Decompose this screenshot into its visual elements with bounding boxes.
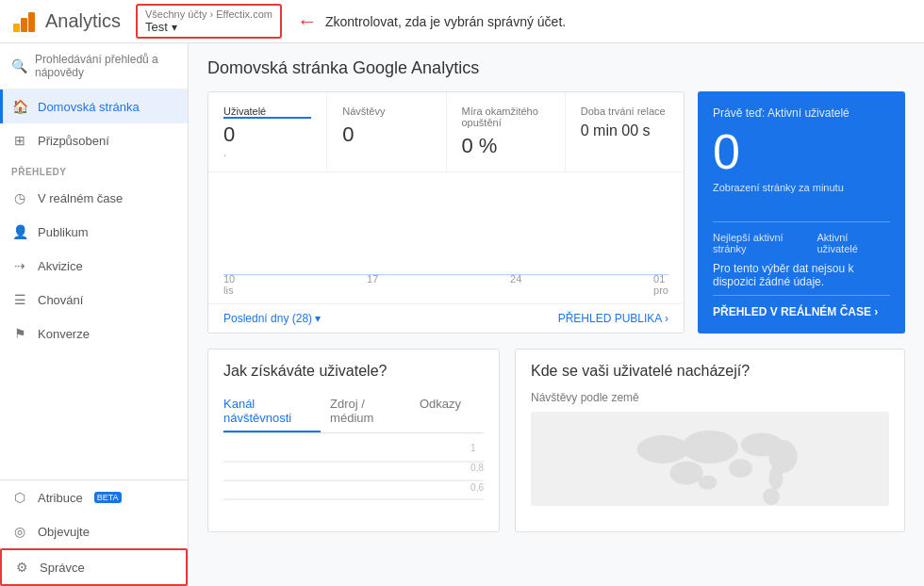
tab-referrals[interactable]: Odkazy xyxy=(420,391,474,432)
chart-label-1: 10lis xyxy=(223,273,235,296)
right-panel-col1: Nejlepší aktivní stránky xyxy=(713,232,817,254)
right-panel-divider xyxy=(713,221,890,222)
sidebar-item-realtime[interactable]: ◷ V reálném čase xyxy=(0,181,188,215)
mini-label-2: 0,8 xyxy=(470,463,484,473)
page-title: Domovská stránka Google Analytics xyxy=(207,58,905,78)
sidebar-admin-label: Správce xyxy=(40,561,85,575)
svg-rect-0 xyxy=(13,24,20,32)
right-panel-col2: Aktivní uživatelé xyxy=(817,232,890,254)
sidebar-customize-label: Přizpůsobení xyxy=(38,134,109,148)
section-label: PŘEHLEDY xyxy=(0,157,188,181)
svg-point-7 xyxy=(682,431,738,464)
analytics-logo-icon xyxy=(11,8,38,35)
tab-source[interactable]: Zdroj / médium xyxy=(330,391,410,432)
red-arrow-icon: ← xyxy=(297,9,318,34)
sidebar-item-attribution[interactable]: ⬡ Atribuce BETA xyxy=(0,480,188,514)
realtime-icon: ◷ xyxy=(11,189,28,206)
sidebar-conversions-label: Konverze xyxy=(38,327,90,341)
home-icon: 🏠 xyxy=(11,98,28,115)
metric-duration-value: 0 min 00 s xyxy=(581,122,668,139)
sidebar-item-customize[interactable]: ⊞ Přizpůsobení xyxy=(0,123,188,157)
chart-label-2: 17 xyxy=(367,273,378,296)
metric-bounce-value: 0 % xyxy=(462,134,550,158)
metric-users-value: 0 xyxy=(223,122,311,147)
acquisition-icon: ⇢ xyxy=(11,257,28,274)
metric-bounce: Míra okamžitého opuštění 0 % xyxy=(447,92,566,171)
account-breadcrumb: Všechny účty › Effectix.com xyxy=(145,8,272,20)
sidebar-home-label: Domovská stránka xyxy=(38,100,140,114)
acquisition-card: Jak získáváte uživatele? Kanál návštěvno… xyxy=(207,349,500,532)
top-bar: Analytics Všechny účty › Effectix.com Te… xyxy=(0,0,924,43)
sidebar-item-audience[interactable]: 👤 Publikum xyxy=(0,215,188,249)
metric-visits: Návštěvy 0 xyxy=(327,92,446,171)
account-selector[interactable]: Všechny účty › Effectix.com Test ▾ xyxy=(136,4,282,39)
sidebar-item-conversions[interactable]: ⚑ Konverze xyxy=(0,317,188,350)
chart-labels: 10lis 17 24 01pro xyxy=(223,273,668,296)
svg-point-10 xyxy=(670,462,703,485)
main-content: Domovská stránka Google Analytics Uživat… xyxy=(189,43,924,586)
chart-footer: Poslední dny (28) ▾ PŘEHLED PUBLIKA › xyxy=(208,303,684,333)
metric-duration-label: Doba trvání relace xyxy=(581,106,668,119)
logo: Analytics xyxy=(11,8,121,35)
admin-icon: ⚙ xyxy=(13,559,30,576)
sidebar-item-home[interactable]: 🏠 Domovská stránka xyxy=(0,90,188,123)
svg-rect-1 xyxy=(21,18,27,32)
sidebar-bottom: ⬡ Atribuce BETA ◎ Objevujte ⚙ Správce xyxy=(0,480,188,586)
annotation: ← Zkontrolovat, zda je vybrán správný úč… xyxy=(297,9,566,34)
chart-label-4: 01pro xyxy=(653,273,668,296)
right-panel-title: Právě teď: Aktivní uživatelé xyxy=(713,106,890,120)
world-map-svg xyxy=(531,412,889,506)
app-title: Analytics xyxy=(45,10,121,32)
account-name: Test xyxy=(145,20,168,34)
search-bar[interactable]: 🔍 Prohledávání přehledů a nápovědy xyxy=(0,43,188,90)
geo-title: Kde se vaši uživatelé nacházejí? xyxy=(531,363,889,380)
metric-visits-value: 0 xyxy=(342,122,430,147)
mini-chart-labels: 1 0,8 0,6 xyxy=(470,443,484,493)
map-area xyxy=(531,412,889,506)
active-users-count: 0 xyxy=(713,127,890,176)
date-range-selector[interactable]: Poslední dny (28) ▾ xyxy=(223,312,321,325)
search-label: Prohledávání přehledů a nápovědy xyxy=(35,53,176,79)
attribution-icon: ⬡ xyxy=(11,489,28,506)
metric-users-sub: . xyxy=(223,147,311,158)
metrics-card: Uživatelé 0 . Návštěvy 0 Míra okamžitého… xyxy=(207,91,685,334)
metrics-top: Uživatelé 0 . Návštěvy 0 Míra okamžitého… xyxy=(208,92,684,171)
sidebar-item-acquisition[interactable]: ⇢ Akvizice xyxy=(0,249,188,283)
geo-card: Kde se vaši uživatelé nacházejí? Návštěv… xyxy=(515,349,905,532)
mini-chart-svg xyxy=(223,443,484,509)
sidebar-item-admin[interactable]: ⚙ Správce xyxy=(0,548,188,586)
svg-point-6 xyxy=(637,435,689,464)
metric-users-label: Uživatelé xyxy=(223,106,311,119)
sidebar-item-behavior[interactable]: ☰ Chování xyxy=(0,283,188,317)
metrics-and-panel: Uživatelé 0 . Návštěvy 0 Míra okamžitého… xyxy=(207,91,905,334)
conversions-icon: ⚑ xyxy=(11,325,28,342)
sidebar-acquisition-label: Akvizice xyxy=(38,259,83,273)
metric-duration: Doba trvání relace 0 min 00 s xyxy=(566,92,684,171)
chart-label-3: 24 xyxy=(510,273,521,296)
customize-icon: ⊞ xyxy=(11,132,28,149)
metric-users: Uživatelé 0 . xyxy=(208,92,327,171)
sidebar: 🔍 Prohledávání přehledů a nápovědy 🏠 Dom… xyxy=(0,43,189,586)
svg-point-14 xyxy=(763,488,780,505)
search-icon: 🔍 xyxy=(11,57,27,74)
sidebar-discover-label: Objevujte xyxy=(38,525,90,539)
right-panel-footer[interactable]: PŘEHLED V REÁLNÉM ČASE › xyxy=(713,295,890,318)
right-panel-cols: Nejlepší aktivní stránky Aktivní uživate… xyxy=(713,232,890,254)
sidebar-item-discover[interactable]: ◎ Objevujte xyxy=(0,514,188,548)
mini-label-1: 1 xyxy=(470,443,484,453)
publik-link[interactable]: PŘEHLED PUBLIKA › xyxy=(558,312,668,325)
chart-area: 10lis 17 24 01pro xyxy=(208,171,684,303)
svg-point-11 xyxy=(729,459,752,478)
sidebar-audience-label: Publikum xyxy=(38,225,88,239)
tab-channel[interactable]: Kanál návštěvnosti xyxy=(223,391,321,432)
layout: 🔍 Prohledávání přehledů a nápovědy 🏠 Dom… xyxy=(0,43,924,586)
discover-icon: ◎ xyxy=(11,523,28,540)
bottom-section: Jak získáváte uživatele? Kanál návštěvno… xyxy=(207,349,905,532)
account-dropdown-icon: ▾ xyxy=(172,21,177,34)
sidebar-realtime-label: V reálném čase xyxy=(38,191,123,205)
metric-bounce-label: Míra okamžitého opuštění xyxy=(462,106,550,130)
realtime-link: PŘEHLED V REÁLNÉM ČASE › xyxy=(713,305,878,318)
svg-rect-2 xyxy=(28,12,35,32)
right-panel: Právě teď: Aktivní uživatelé 0 Zobrazení… xyxy=(698,91,905,334)
metric-visits-label: Návštěvy xyxy=(342,106,430,119)
